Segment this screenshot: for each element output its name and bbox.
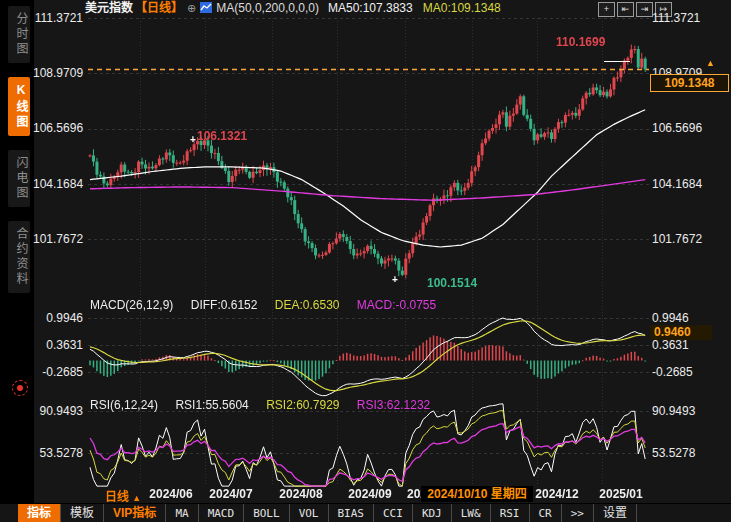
sidebar-tab-flash[interactable]: 闪电图 xyxy=(8,150,30,207)
annotation-low: 100.1514 xyxy=(427,276,477,290)
line-chart-icon[interactable] xyxy=(200,1,212,12)
pan-right-icon[interactable]: ⇥ xyxy=(636,2,653,17)
period-tag: 【日线】 xyxy=(135,1,183,15)
tab-vip-indicators[interactable]: VIP指标 xyxy=(104,504,166,522)
price-tick-left: 101.7672 xyxy=(33,232,83,246)
rsi2-value: RSI2:60.7929 xyxy=(266,398,339,412)
macd-tick-left: 0.3631 xyxy=(33,338,83,352)
ma0-value: MA0:109.1348 xyxy=(423,1,501,15)
x-axis-row: 日线 ▲ 2024/06 2024/07 2024/08 2024/09 202… xyxy=(34,486,731,503)
trading-app-window: 分时图 K线图 闪电图 合约资料 美元指数【日线】⊕MA(50,0,200,0,… xyxy=(0,0,731,522)
sidebar-tab-contract-info[interactable]: 合约资料 xyxy=(8,221,30,293)
main-chart-canvas[interactable] xyxy=(88,18,649,488)
tab-settings[interactable]: 设置 xyxy=(594,504,637,522)
x-tick: 2024/07 xyxy=(209,487,252,501)
date-tooltip: 2024/10/10 星期四 xyxy=(421,486,533,502)
crosshair-icon[interactable]: + xyxy=(598,2,615,17)
price-tick-left: 108.9709 xyxy=(33,66,83,80)
price-tick-right: 101.7672 xyxy=(652,232,730,246)
red-record-dot-icon[interactable] xyxy=(12,380,28,396)
price-tick-left: 104.1684 xyxy=(33,177,83,191)
sidebar-tab-timeline[interactable]: 分时图 xyxy=(8,6,30,63)
x-tick: 2024/12 xyxy=(535,487,578,501)
macd-current-value-badge: 0.9460 xyxy=(650,325,712,340)
rsi-tick-right: 53.5278 xyxy=(652,446,730,460)
macd-diff-value: DIFF:0.6152 xyxy=(191,298,258,312)
pan-left-icon[interactable]: ⇤ xyxy=(617,2,634,17)
rsi-pane-header: RSI(6,12,24) RSI1:55.5604 RSI2:60.7929 R… xyxy=(90,398,430,412)
tab-cr[interactable]: CR xyxy=(530,504,562,522)
macd-tick-left: 0.9946 xyxy=(33,311,83,325)
tab-cci[interactable]: CCI xyxy=(374,504,413,522)
price-tick-left: 106.5696 xyxy=(33,121,83,135)
macd-name: MACD(26,12,9) xyxy=(90,298,173,312)
add-overlay-icon[interactable]: ⊕ xyxy=(187,2,196,14)
high-mid-marker: + xyxy=(190,134,196,145)
chevron-up-icon: ▲ xyxy=(132,493,141,503)
x-tick: 2024/08 xyxy=(279,487,322,501)
macd-pane-header: MACD(26,12,9) DIFF:0.6152 DEA:0.6530 MAC… xyxy=(90,298,436,312)
rsi-tick-right: 90.9493 xyxy=(652,404,730,418)
symbol-title: 美元指数 xyxy=(85,1,133,15)
x-tick: 2024/06 xyxy=(149,487,192,501)
current-price-badge: 109.1348 xyxy=(650,74,729,92)
tab-lw[interactable]: LW& xyxy=(452,504,491,522)
tab-rsi[interactable]: RSI xyxy=(491,504,530,522)
macd-dea-value: DEA:0.6530 xyxy=(275,298,340,312)
macd-tick-left: -0.2685 xyxy=(33,365,83,379)
annotation-high-top: 110.1699 xyxy=(556,35,605,49)
ma50-value: MA50:107.3833 xyxy=(328,1,413,15)
tab-indicators[interactable]: 指标 xyxy=(18,504,61,522)
tab-kdj[interactable]: KDJ xyxy=(413,504,452,522)
rsi3-value: RSI3:62.1232 xyxy=(357,398,430,412)
price-tick-right: 106.5696 xyxy=(652,121,730,135)
macd-hist-value: MACD:-0.0755 xyxy=(357,298,436,312)
chart-mode-tabs: 分时图 K线图 闪电图 合约资料 xyxy=(4,6,34,307)
x-tick: 2024/09 xyxy=(348,487,391,501)
indicator-tabbar: 指标 模板 VIP指标 MA MACD BOLL VOL BIAS CCI KD… xyxy=(0,503,731,522)
macd-tick-right: -0.2685 xyxy=(652,365,730,379)
tab-templates[interactable]: 模板 xyxy=(61,504,104,522)
price-tick-left: 111.3721 xyxy=(33,11,83,25)
price-tick-right: 104.1684 xyxy=(652,177,730,191)
tab-ma[interactable]: MA xyxy=(166,504,198,522)
low-marker: + xyxy=(392,274,398,285)
rsi1-value: RSI1:55.5604 xyxy=(175,398,248,412)
tab-bias[interactable]: BIAS xyxy=(329,504,375,522)
high-marker-line xyxy=(604,61,630,62)
price-tick-right: 111.3721 xyxy=(652,11,730,25)
rsi-name: RSI(6,12,24) xyxy=(90,398,158,412)
tab-macd[interactable]: MACD xyxy=(199,504,245,522)
left-sidebar: 分时图 K线图 闪电图 合约资料 xyxy=(0,0,34,522)
macd-tick-right: 0.3631 xyxy=(652,338,730,352)
sidebar-tab-candlestick[interactable]: K线图 xyxy=(8,77,30,136)
current-price-arrow-icon: ▲ xyxy=(706,58,715,68)
annotation-high-mid: 106.1321 xyxy=(197,129,247,143)
tab-boll[interactable]: BOLL xyxy=(244,504,290,522)
tab-more[interactable]: >> xyxy=(562,504,594,522)
x-tick: 2025/01 xyxy=(599,487,642,501)
tab-vol[interactable]: VOL xyxy=(290,504,329,522)
macd-tick-right: 0.9946 xyxy=(652,311,730,325)
period-dropdown[interactable]: 日线 ▲ xyxy=(105,487,141,504)
rsi-tick-left: 90.9493 xyxy=(33,404,83,418)
rsi-tick-left: 53.5278 xyxy=(33,446,83,460)
ma-settings-label: MA(50,0,200,0,0,0) xyxy=(216,1,319,15)
